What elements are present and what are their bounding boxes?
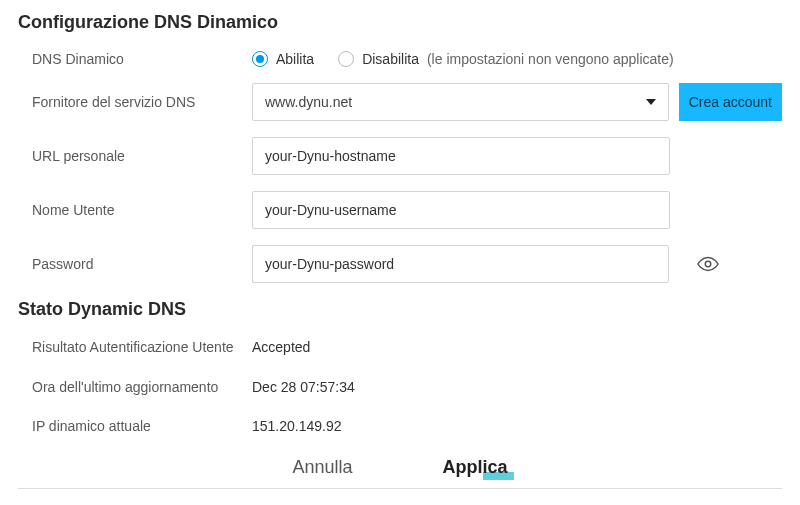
radio-disable-label: Disabilita	[362, 51, 419, 67]
provider-selected-value: www.dynu.net	[265, 94, 352, 110]
radio-disable-note: (le impostazioni non vengono applicate)	[427, 51, 674, 67]
label-last-update: Ora dell'ultimo aggiornamento	[32, 378, 252, 398]
status-section-title: Stato Dynamic DNS	[18, 299, 782, 320]
password-input[interactable]: your-Dynu-password	[252, 245, 669, 283]
url-input[interactable]: your-Dynu-hostname	[252, 137, 670, 175]
footer-actions: Annulla Applica	[18, 457, 782, 489]
cancel-button[interactable]: Annulla	[292, 457, 352, 478]
label-username: Nome Utente	[32, 202, 252, 218]
row-username: Nome Utente your-Dynu-username	[18, 191, 782, 229]
chevron-down-icon	[646, 99, 656, 105]
create-account-button[interactable]: Crea account	[679, 83, 782, 121]
row-current-ip: IP dinamico attuale 151.20.149.92	[18, 417, 782, 437]
value-auth-result: Accepted	[252, 338, 310, 355]
value-current-ip: 151.20.149.92	[252, 417, 342, 434]
radio-disable-indicator	[338, 51, 354, 67]
row-password: Password your-Dynu-password	[18, 245, 782, 283]
radio-disable[interactable]: Disabilita (le impostazioni non vengono …	[338, 51, 674, 67]
row-ddns-mode: DNS Dinamico Abilita Disabilita (le impo…	[18, 51, 782, 67]
row-auth-result: Risultato Autentificazione Utente Accept…	[18, 338, 782, 358]
radio-enable-label: Abilita	[276, 51, 314, 67]
radio-enable[interactable]: Abilita	[252, 51, 314, 67]
value-last-update: Dec 28 07:57:34	[252, 378, 355, 395]
label-current-ip: IP dinamico attuale	[32, 417, 252, 437]
radio-enable-indicator	[252, 51, 268, 67]
apply-button[interactable]: Applica	[443, 457, 508, 478]
row-provider: Fornitore del servizio DNS www.dynu.net …	[18, 83, 782, 121]
password-value: your-Dynu-password	[265, 256, 394, 272]
label-password: Password	[32, 256, 252, 272]
label-auth-result: Risultato Autentificazione Utente	[32, 338, 252, 358]
eye-icon[interactable]	[697, 253, 719, 275]
label-ddns: DNS Dinamico	[32, 51, 252, 67]
ddns-radio-group: Abilita Disabilita (le impostazioni non …	[252, 51, 674, 67]
label-url: URL personale	[32, 148, 252, 164]
username-value: your-Dynu-username	[265, 202, 397, 218]
label-provider: Fornitore del servizio DNS	[32, 94, 252, 110]
url-value: your-Dynu-hostname	[265, 148, 396, 164]
config-section-title: Configurazione DNS Dinamico	[18, 12, 782, 33]
row-url: URL personale your-Dynu-hostname	[18, 137, 782, 175]
username-input[interactable]: your-Dynu-username	[252, 191, 670, 229]
row-last-update: Ora dell'ultimo aggiornamento Dec 28 07:…	[18, 378, 782, 398]
svg-point-0	[705, 261, 711, 267]
provider-select[interactable]: www.dynu.net	[252, 83, 669, 121]
